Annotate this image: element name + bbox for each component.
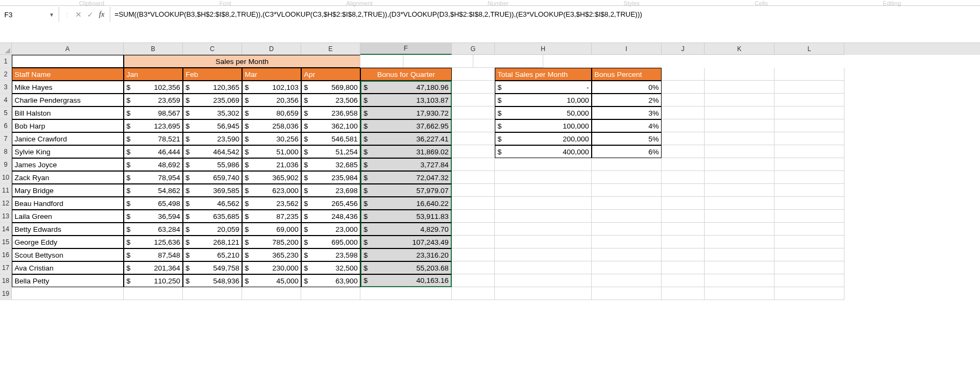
cell-E5[interactable]: $236,958 (301, 106, 360, 119)
cell-L13[interactable] (775, 210, 844, 223)
cell-C12[interactable]: $46,562 (183, 197, 242, 210)
cell-I11[interactable] (592, 184, 662, 197)
cell-K18[interactable] (705, 274, 775, 287)
cell-B12[interactable]: $65,498 (124, 197, 183, 210)
row-header-17[interactable]: 17 (0, 261, 12, 274)
cell-I17[interactable] (592, 261, 662, 274)
cell-H7[interactable]: $200,000 (495, 132, 592, 145)
cell-D4[interactable]: $20,356 (242, 94, 301, 106)
cell-C15[interactable]: $268,121 (183, 236, 242, 248)
cell-B18[interactable]: $110,250 (124, 274, 183, 287)
cell-K16[interactable] (705, 248, 775, 261)
cell-H4[interactable]: $10,000 (495, 94, 592, 106)
cell-H6[interactable]: $100,000 (495, 119, 592, 132)
cell-L5[interactable] (775, 106, 844, 119)
cell-C9[interactable]: $55,986 (183, 158, 242, 171)
cell-L6[interactable] (775, 119, 844, 132)
cell-F6[interactable]: $37,662.95 (360, 119, 452, 132)
cell-B19[interactable] (124, 287, 183, 300)
cell-I8[interactable]: 6% (592, 145, 662, 158)
cell-L15[interactable] (775, 236, 844, 248)
cell-F4[interactable]: $13,103.87 (360, 94, 452, 106)
cell-L4[interactable] (775, 94, 844, 106)
column-header-F[interactable]: F (360, 43, 452, 55)
fx-icon[interactable]: fx (99, 10, 104, 19)
cell-H9[interactable] (495, 158, 592, 171)
cell-F17[interactable]: $55,203.68 (360, 261, 452, 274)
row-header-6[interactable]: 6 (0, 119, 12, 132)
cell-B17[interactable]: $201,364 (124, 261, 183, 274)
select-all-corner[interactable] (0, 43, 12, 55)
cell-L16[interactable] (775, 248, 844, 261)
cell-D17[interactable]: $230,000 (242, 261, 301, 274)
cell-D13[interactable]: $87,235 (242, 210, 301, 223)
cell-K12[interactable] (705, 197, 775, 210)
cell-L9[interactable] (775, 158, 844, 171)
cell-K11[interactable] (705, 184, 775, 197)
cancel-icon[interactable]: ✕ (75, 10, 82, 19)
cell-G6[interactable] (452, 119, 495, 132)
formula-options-icon[interactable]: ⋮ (65, 12, 70, 18)
cell-K8[interactable] (705, 145, 775, 158)
cell-L8[interactable] (775, 145, 844, 158)
cell-I19[interactable] (592, 287, 662, 300)
cell-A12[interactable]: Beau Handford (12, 197, 124, 210)
cell-J10[interactable] (662, 171, 705, 184)
enter-icon[interactable]: ✓ (87, 10, 94, 19)
column-header-J[interactable]: J (662, 43, 705, 55)
row-header-7[interactable]: 7 (0, 132, 12, 145)
cell-K15[interactable] (705, 236, 775, 248)
cell-E15[interactable]: $695,000 (301, 236, 360, 248)
cell-K19[interactable] (705, 287, 775, 300)
cell-A14[interactable]: Betty Edwards (12, 223, 124, 236)
cell-B5[interactable]: $98,567 (124, 106, 183, 119)
cell-D6[interactable]: $258,036 (242, 119, 301, 132)
cell-L18[interactable] (775, 274, 844, 287)
cell-B9[interactable]: $48,692 (124, 158, 183, 171)
cell-K17[interactable] (705, 261, 775, 274)
cell-J18[interactable] (662, 274, 705, 287)
cell-A1[interactable] (12, 55, 124, 68)
cell-H19[interactable] (495, 287, 592, 300)
cell-I6[interactable]: 4% (592, 119, 662, 132)
cell-D7[interactable]: $30,256 (242, 132, 301, 145)
cell-I14[interactable] (592, 223, 662, 236)
cell-I3[interactable]: 0% (592, 81, 662, 94)
column-header-D[interactable]: D (242, 43, 301, 55)
cell-C3[interactable]: $120,365 (183, 81, 242, 94)
cell-G14[interactable] (452, 223, 495, 236)
cell-A19[interactable] (12, 287, 124, 300)
cell-C18[interactable]: $548,936 (183, 274, 242, 287)
cell-I12[interactable] (592, 197, 662, 210)
cell-L19[interactable] (775, 287, 844, 300)
cell-C19[interactable] (183, 287, 242, 300)
cell-J7[interactable] (662, 132, 705, 145)
cell-G16[interactable] (452, 248, 495, 261)
cell-C16[interactable]: $65,210 (183, 248, 242, 261)
cell-B1[interactable]: Sales per Month (124, 55, 360, 68)
cell-K1[interactable] (403, 55, 473, 68)
column-header-G[interactable]: G (452, 43, 495, 55)
cell-H8[interactable]: $400,000 (495, 145, 592, 158)
cell-I15[interactable] (592, 236, 662, 248)
cell-G5[interactable] (452, 106, 495, 119)
cell-E7[interactable]: $546,581 (301, 132, 360, 145)
cell-H17[interactable] (495, 261, 592, 274)
cell-K9[interactable] (705, 158, 775, 171)
cell-H10[interactable] (495, 171, 592, 184)
cell-A2[interactable]: Staff Name (12, 68, 124, 81)
cell-A11[interactable]: Mary Bridge (12, 184, 124, 197)
cell-C13[interactable]: $635,685 (183, 210, 242, 223)
cell-C17[interactable]: $549,758 (183, 261, 242, 274)
cell-C8[interactable]: $464,542 (183, 145, 242, 158)
cell-G2[interactable] (452, 68, 495, 81)
cell-A6[interactable]: Bob Harp (12, 119, 124, 132)
cell-A3[interactable]: Mike Hayes (12, 81, 124, 94)
cell-I18[interactable] (592, 274, 662, 287)
row-header-8[interactable]: 8 (0, 145, 12, 158)
cell-F19[interactable] (360, 287, 452, 300)
cell-E4[interactable]: $23,506 (301, 94, 360, 106)
cell-G7[interactable] (452, 132, 495, 145)
cell-I10[interactable] (592, 171, 662, 184)
cell-D14[interactable]: $69,000 (242, 223, 301, 236)
